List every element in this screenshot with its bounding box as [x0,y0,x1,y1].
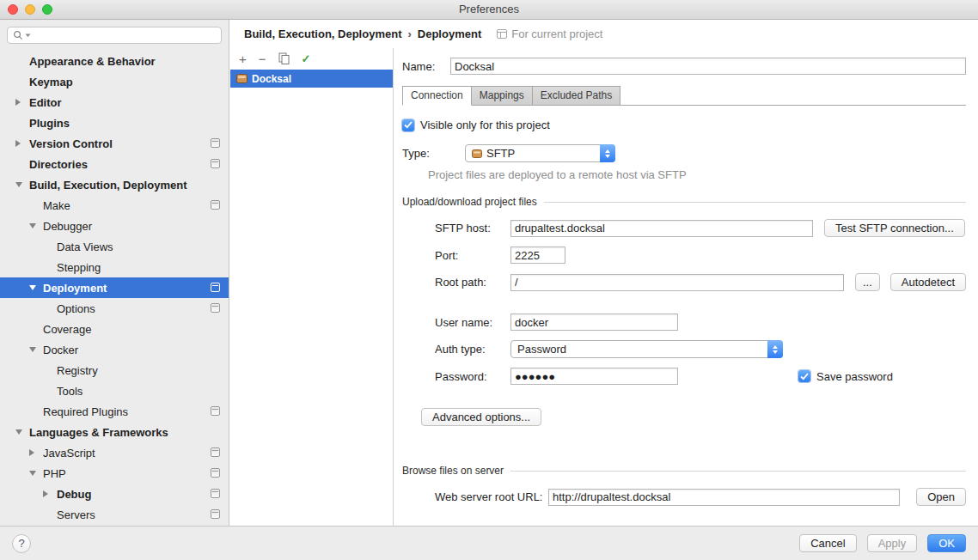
dropdown-stepper-icon [767,340,783,358]
remove-server-button[interactable]: − [259,52,266,65]
add-server-button[interactable]: + [239,52,247,65]
password-label: Password: [435,370,510,383]
type-help-text: Project files are deployed to a remote h… [428,168,966,181]
minimize-button[interactable] [25,4,35,15]
server-item-docksal[interactable]: Docksal [230,70,393,88]
web-root-row: Web server root URL: Open [435,488,966,506]
chevron-down-icon [773,350,778,354]
chevron-down-icon[interactable] [29,471,43,476]
chevron-down-icon [605,155,610,158]
sidebar-item-data-views[interactable]: Data Views [0,236,229,257]
sidebar-item-debugger[interactable]: Debugger [0,216,229,236]
help-button[interactable]: ? [12,534,31,553]
user-name-input[interactable] [510,313,678,331]
cancel-button[interactable]: Cancel [799,534,856,552]
chevron-down-icon[interactable] [15,182,29,187]
sidebar-item-servers[interactable]: Servers [0,504,229,525]
sidebar-item-options[interactable]: Options [0,298,229,319]
password-input[interactable] [510,368,678,385]
sidebar-item-stepping[interactable]: Stepping [0,257,229,277]
chevron-down-icon[interactable] [29,223,43,228]
open-button[interactable]: Open [916,488,966,506]
zoom-button[interactable] [42,4,52,15]
web-root-input[interactable] [548,489,900,506]
sidebar-item-tools[interactable]: Tools [0,380,229,401]
sidebar-item-coverage[interactable]: Coverage [0,319,229,339]
sftp-icon [472,149,482,159]
browse-section-label: Browse files on server [402,465,504,477]
chevron-right-icon[interactable] [15,99,29,106]
chevron-down-icon[interactable] [29,285,43,290]
ok-button[interactable]: OK [927,534,966,552]
browse-root-path-button[interactable]: ... [855,273,880,291]
user-name-row: User name: [435,313,966,331]
visible-only-checkbox[interactable] [402,119,414,131]
sidebar-item-registry[interactable]: Registry [0,360,229,380]
sidebar-item-version-control[interactable]: Version Control [0,133,229,154]
sidebar-item-label: Data Views [57,240,113,253]
visible-only-row: Visible only for this project [402,119,966,131]
tab-excluded-paths[interactable]: Excluded Paths [532,86,620,105]
upload-group: SFTP host: Test SFTP connection... Port:… [435,219,966,385]
breadcrumb-parent[interactable]: Build, Execution, Deployment [244,27,401,40]
project-scope-icon [497,29,507,39]
copy-server-button[interactable] [278,52,290,66]
traffic-lights [8,4,52,15]
sidebar-item-keymap[interactable]: Keymap [0,71,229,92]
breadcrumb-separator: › [407,27,411,40]
save-password-label: Save password [816,370,893,383]
sidebar-item-label: Editor [29,96,62,109]
search-input[interactable] [7,27,222,44]
server-list: Docksal [230,70,393,88]
advanced-options-button[interactable]: Advanced options... [421,408,541,426]
autodetect-button[interactable]: Autodetect [890,273,966,291]
save-password-checkbox[interactable] [798,370,810,382]
name-input[interactable] [450,58,966,75]
root-path-input[interactable] [510,274,844,291]
titlebar: Preferences [0,0,978,20]
section-divider [544,202,966,203]
tab-mappings[interactable]: Mappings [471,86,533,105]
pane-icon [211,489,220,498]
project-scope-badge: For current project [497,27,602,40]
close-button[interactable] [8,4,18,15]
sidebar-item-debug[interactable]: Debug [0,484,229,504]
web-root-label: Web server root URL: [435,490,548,503]
auth-type-select[interactable]: Password [510,340,783,358]
port-input[interactable] [510,247,565,264]
sidebar-item-build-execution-deployment[interactable]: Build, Execution, Deployment [0,174,229,195]
chevron-right-icon[interactable] [29,449,43,456]
sidebar-item-editor[interactable]: Editor [0,92,229,113]
chevron-down-icon[interactable] [29,347,43,352]
chevron-right-icon[interactable] [15,140,29,147]
apply-button[interactable]: Apply [867,534,918,552]
sidebar-item-javascript[interactable]: JavaScript [0,442,229,463]
sidebar-item-docker[interactable]: Docker [0,339,229,360]
server-item-label: Docksal [252,73,291,85]
sidebar-item-label: PHP [43,467,66,480]
use-as-default-button[interactable]: ✓ [302,52,311,65]
sidebar-item-appearance-behavior[interactable]: Appearance & Behavior [0,51,229,71]
sidebar-item-php[interactable]: PHP [0,463,229,484]
pane-icon [211,138,220,148]
chevron-down-icon[interactable] [15,429,29,435]
sidebar-item-label: Plugins [29,117,70,130]
sidebar-item-make[interactable]: Make [0,195,229,216]
sidebar-item-deployment[interactable]: Deployment [0,277,229,298]
sidebar-item-directories[interactable]: Directories [0,154,229,174]
type-select[interactable]: SFTP [465,144,615,162]
port-label: Port: [435,249,510,262]
sftp-host-input[interactable] [510,220,813,237]
tab-connection[interactable]: Connection [402,86,472,106]
sidebar-item-required-plugins[interactable]: Required Plugins [0,401,229,422]
window-title: Preferences [459,3,519,15]
sidebar-item-label: Coverage [43,323,91,336]
test-sftp-connection-button[interactable]: Test SFTP connection... [824,219,965,237]
chevron-right-icon[interactable] [43,490,57,497]
sidebar-item-label: Version Control [29,137,113,150]
sidebar-item-languages-frameworks[interactable]: Languages & Frameworks [0,422,229,442]
sidebar-item-plugins[interactable]: Plugins [0,113,229,133]
pane-icon [211,406,220,416]
port-row: Port: [435,247,966,264]
user-name-label: User name: [435,316,510,329]
